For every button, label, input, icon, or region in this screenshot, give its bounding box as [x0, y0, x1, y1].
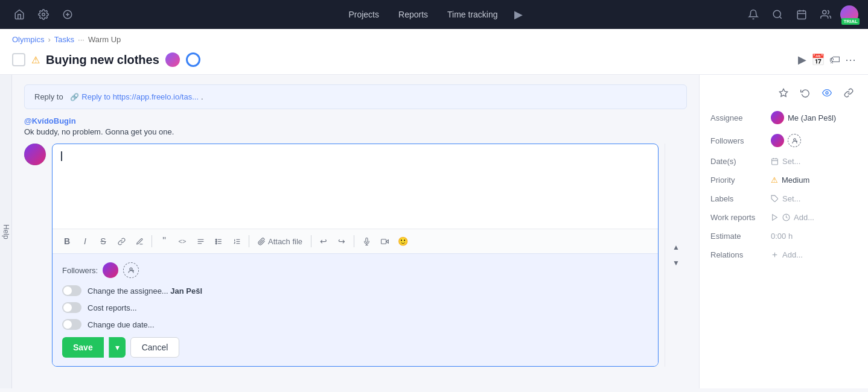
redo-button[interactable]: ↪ — [333, 233, 350, 250]
sidebar-estimate-row: Estimate 0:00 h — [710, 232, 857, 241]
italic-button[interactable]: I — [77, 233, 94, 250]
top-navigation: Projects Reports Time tracking ▶ — [0, 0, 868, 29]
dates-value[interactable]: Set... — [771, 157, 857, 166]
reports-nav[interactable]: Reports — [390, 6, 436, 23]
sidebar-dates-row: Date(s) Set... — [710, 157, 857, 166]
priority-warning-icon: ⚠ — [771, 175, 778, 185]
save-button[interactable]: Save — [62, 337, 104, 358]
emoji-button[interactable]: 🙂 — [394, 233, 411, 250]
estimate-text: 0:00 h — [771, 232, 793, 241]
eye-icon[interactable] — [819, 84, 835, 101]
projects-nav[interactable]: Projects — [340, 6, 388, 23]
reply-link[interactable]: Reply to https://app.freelo.io/tas... — [81, 92, 199, 101]
help-label: Help — [2, 224, 10, 239]
link-button[interactable] — [113, 233, 130, 250]
task-checkbox[interactable] — [12, 53, 25, 66]
more-task-icon[interactable]: ⋯ — [845, 53, 856, 66]
link-icon[interactable] — [840, 84, 857, 101]
bullet-list-button[interactable] — [210, 233, 227, 250]
play-nav-icon[interactable]: ▶ — [509, 5, 528, 24]
comment-editor[interactable] — [53, 144, 658, 229]
task-header: ⚠ Buying new clothes ▶ 📅 🏷 ⋯ — [0, 48, 868, 75]
tag-task-icon[interactable]: 🏷 — [829, 54, 840, 66]
follower-avatar-sidebar — [771, 134, 784, 147]
toggle-assignee[interactable] — [62, 285, 81, 296]
svg-point-0 — [42, 13, 45, 16]
svg-point-10 — [823, 10, 826, 14]
star-icon[interactable] — [775, 84, 792, 101]
attach-file-label: Attach file — [268, 237, 302, 246]
relations-value[interactable]: Add... — [771, 250, 857, 259]
scroll-up-button[interactable]: ▲ — [669, 240, 683, 254]
highlight-button[interactable] — [131, 233, 148, 250]
sidebar-labels-row: Labels Set... — [710, 194, 857, 203]
breadcrumb-olympics[interactable]: Olympics — [12, 35, 44, 44]
time-tracking-nav[interactable]: Time tracking — [439, 6, 506, 23]
followers-sidebar-label: Followers — [710, 136, 771, 145]
follower-avatar-1 — [103, 262, 118, 278]
svg-point-31 — [826, 92, 828, 94]
estimate-value[interactable]: 0:00 h — [771, 232, 857, 241]
reply-link-icon: 🔗 — [70, 93, 79, 101]
toggle-assignee-label: Change the assignee... Jan Pešl — [88, 286, 202, 296]
quote-button[interactable]: " — [156, 233, 173, 250]
svg-rect-6 — [797, 11, 806, 19]
assignee-value: Me (Jan Pešl) — [771, 111, 857, 124]
video-button[interactable] — [376, 233, 393, 250]
help-panel[interactable]: Help — [0, 75, 12, 388]
svg-point-19 — [215, 242, 217, 244]
attach-file-button[interactable]: Attach file — [253, 235, 307, 248]
align-button[interactable] — [192, 233, 209, 250]
toggle-cost[interactable] — [62, 302, 81, 313]
comment-block: @KvídoBugin Ok buddy, no problem. Gonna … — [24, 116, 687, 136]
breadcrumb-tasks[interactable]: Tasks — [54, 35, 74, 44]
svg-point-4 — [773, 10, 780, 17]
user-avatar[interactable]: TRIAL — [840, 5, 858, 24]
add-follower-button[interactable] — [123, 262, 139, 278]
toggle-duedate[interactable] — [62, 319, 81, 330]
sidebar-priority-row: Priority ⚠ Medium — [710, 175, 857, 185]
ordered-list-button[interactable] — [228, 233, 245, 250]
search-icon[interactable] — [768, 5, 787, 24]
followers-label: Followers: — [62, 266, 98, 275]
estimate-label: Estimate — [710, 232, 771, 241]
labels-value[interactable]: Set... — [771, 194, 857, 203]
scroll-down-button[interactable]: ▼ — [669, 256, 683, 270]
work-reports-value[interactable]: Add... — [771, 213, 857, 222]
bold-button[interactable]: B — [59, 233, 75, 250]
settings-icon[interactable] — [34, 5, 53, 24]
task-assignee-avatar — [165, 52, 180, 67]
play-task-icon[interactable]: ▶ — [798, 53, 806, 66]
task-status-circle[interactable] — [186, 52, 200, 67]
followers-sidebar-value — [771, 134, 857, 147]
editor-toolbar: B I S " <> — [53, 229, 658, 253]
save-dropdown-button[interactable]: ▾ — [109, 337, 126, 358]
relations-label: Relations — [710, 250, 771, 259]
toggle-duedate-label: Change due date... — [88, 320, 155, 329]
code-button[interactable]: <> — [174, 233, 191, 250]
add-icon[interactable] — [58, 5, 77, 24]
users-icon[interactable] — [816, 5, 835, 24]
cancel-button[interactable]: Cancel — [130, 337, 180, 358]
sidebar-relations-row: Relations Add... — [710, 250, 857, 259]
notification-icon[interactable] — [744, 5, 763, 24]
priority-text: Medium — [782, 175, 809, 185]
mic-button[interactable] — [358, 233, 375, 250]
followers-row: Followers: — [62, 262, 648, 278]
refresh-icon[interactable] — [797, 84, 814, 101]
reply-suffix: . — [201, 92, 203, 101]
calendar-icon[interactable] — [792, 5, 811, 24]
toggle-row-cost: Cost reports... — [62, 302, 648, 313]
home-icon[interactable] — [10, 5, 29, 24]
strikethrough-button[interactable]: S — [95, 233, 112, 250]
undo-button[interactable]: ↩ — [315, 233, 332, 250]
svg-point-18 — [215, 241, 217, 242]
add-follower-sidebar-button[interactable] — [788, 134, 801, 147]
priority-value[interactable]: ⚠ Medium — [771, 175, 857, 185]
svg-marker-30 — [779, 89, 787, 96]
breadcrumb: Olympics › Tasks ··· Warm Up — [0, 29, 868, 48]
svg-marker-40 — [773, 215, 777, 221]
calendar-task-icon[interactable]: 📅 — [811, 53, 825, 66]
comment-input-row: B I S " <> — [24, 144, 687, 367]
sidebar-work-reports-row: Work reports Add... — [710, 213, 857, 222]
